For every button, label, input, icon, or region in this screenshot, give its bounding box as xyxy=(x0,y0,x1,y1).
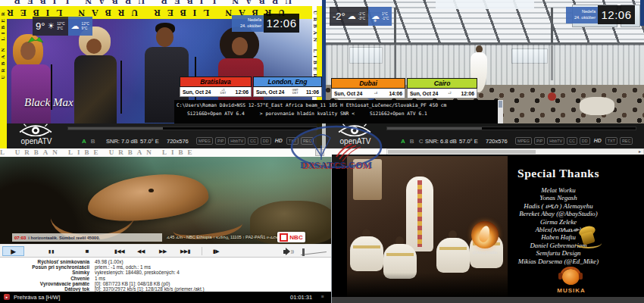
badge-pip: PiP xyxy=(534,137,545,145)
badge-hbbtv: HbbTV xyxy=(228,137,245,145)
console-scrollbar[interactable] xyxy=(498,100,503,123)
stat-value: [0]: 3370/2972 kb/s [1]: 128/128 kb/s (p… xyxy=(95,286,205,292)
playback-time: 01:01:31 xyxy=(290,294,312,301)
previous-button[interactable]: ▮◀◀ xyxy=(110,246,129,256)
tuner-b: B xyxy=(91,138,97,145)
weather-next: ☁ 12°C 9°C xyxy=(68,17,92,36)
console-tuner-right: Si21662+Open ATV 6.1 xyxy=(370,111,427,116)
city-name: London, Eng xyxy=(253,77,322,87)
dxsatcs-watermark: DXSATCS.COM DXSATCS.COM xyxy=(288,125,388,173)
credit-name: Yonas Negash xyxy=(480,194,636,201)
performer-body xyxy=(74,55,117,123)
badge-cc: CC xyxy=(248,137,258,145)
speaker-cone xyxy=(286,248,290,255)
pause-button[interactable]: ▮▮ xyxy=(42,246,61,256)
stop-button[interactable]: ■ xyxy=(78,246,96,256)
white-robe xyxy=(350,236,383,271)
performer-2 xyxy=(76,27,121,123)
musika-logo: MUSIKA xyxy=(550,267,592,298)
city-timezone: GMT DST xyxy=(292,89,298,95)
stat-row: Chvenie 1 ms xyxy=(0,276,331,281)
play-button[interactable]: ▶ xyxy=(2,246,24,256)
urban-banner-ghost: URBAN LIBER URBAN LIBER xyxy=(7,0,312,6)
playback-status: Prehráva sa [H/W] xyxy=(14,294,60,301)
city-bar-london: London, Eng Sun, Oct 24 GMT DST 11:06 xyxy=(253,77,322,97)
cloud-icon: ☁ xyxy=(348,12,356,20)
weekday: Nedeľa xyxy=(568,8,596,14)
badge-hd: HD xyxy=(592,138,603,144)
fast-forward-button[interactable]: ▶▶ xyxy=(154,246,172,256)
scrollbar-strip[interactable] xyxy=(640,0,644,26)
frame-step-button[interactable]: ▮▶ xyxy=(207,246,225,256)
musika-wordmark: MUSIKA xyxy=(550,287,592,294)
photo-shadow xyxy=(347,273,508,298)
scrollbar-thumb[interactable] xyxy=(388,150,536,154)
credits-title: Special Thanks xyxy=(488,167,629,180)
stat-value: [0]: 087/723 KB [1]: 048/18 KB (p0) xyxy=(95,281,170,286)
date-widget: Nedeľa 24. október xyxy=(232,15,264,32)
openatv-eye-icon xyxy=(17,123,54,136)
weather-next: ☁ ❄ 1°C -1°C xyxy=(368,7,392,26)
broadcast-ticker: 07:03 i horizontaalik. Sümbol reelil 450… xyxy=(0,231,331,244)
robe-trim xyxy=(386,253,414,256)
openatv-brand: openATV xyxy=(10,137,63,145)
credit-name: Girma Zeleke xyxy=(480,218,636,226)
stat-label: Dátový tok xyxy=(0,286,95,292)
badge-hbbtv: HbbTV xyxy=(547,137,564,145)
console-scrollbar-thumb[interactable] xyxy=(499,101,502,108)
volume-knob[interactable] xyxy=(302,248,305,256)
infobar-left: openATV A B SNR: 7.0 dB 57.0° E 720x576 … xyxy=(7,123,322,148)
badge-mpeg: MPEG xyxy=(196,137,213,145)
city-date: Sun, Oct 24 xyxy=(334,91,362,96)
semfurtu-gold-logo xyxy=(574,224,603,253)
stat-label: Snímky xyxy=(0,270,95,275)
weekday: Nedeľa xyxy=(234,17,261,23)
player-statusbar: ▸ Prehráva sa [H/W] 01:01:31 ≡ xyxy=(0,292,331,303)
cloud-minmax: -1°C -3°C xyxy=(358,12,365,20)
city-date: Sun, Oct 24 xyxy=(410,91,438,96)
tuner-c: C xyxy=(419,138,425,145)
tuner-a: A xyxy=(82,138,87,145)
rewind-button[interactable]: ◀◀ xyxy=(132,246,150,256)
city-bar-cairo: Cairo Sun, Oct 24 +2 12:06 xyxy=(407,78,477,98)
credit-name: Bereket Abay (@AbayStudio) xyxy=(480,210,636,217)
command-prompt-window: C:\Users\Roman Dávid>NSS 12-57°E_East Af… xyxy=(174,100,503,123)
gold-logo-swoosh xyxy=(575,238,602,248)
ticker-time: 07:03 xyxy=(14,236,26,240)
tz-offset: +4 xyxy=(374,92,377,95)
snow-minmax: 1°C -1°C xyxy=(382,12,389,20)
stat-row: Vyrovnávacie pamäte [0]: 087/723 KB [1]:… xyxy=(0,281,331,286)
badge-cc: CC xyxy=(567,137,577,145)
city-name: Cairo xyxy=(407,78,477,89)
clock-time: 12:06 xyxy=(266,17,296,30)
stat-label: Vyrovnávacie pamäte xyxy=(0,281,95,286)
performer-head xyxy=(20,42,36,60)
badge-dolby: DD xyxy=(261,137,271,145)
blackmax-channel-logo xyxy=(27,36,44,43)
credit-name: Melat Worku xyxy=(480,186,636,194)
volume-slider[interactable] xyxy=(301,251,327,255)
tuner-b: B xyxy=(410,138,416,145)
badge-teletext: TXT xyxy=(605,137,617,145)
channel-title: Black Max xyxy=(24,96,73,109)
scrollbar-arrow-right[interactable]: ▸ xyxy=(636,149,643,155)
console-compare-label: > porovnanie hladín kvality SNR < xyxy=(260,111,355,116)
white-robe xyxy=(436,238,470,273)
weather-widget: 9° ☀ 12°C 3°C ☁ 12°C 9°C xyxy=(33,17,92,36)
toolbar-separator xyxy=(202,247,202,255)
city-date: Sun, Oct 24 xyxy=(256,89,284,95)
volume-speaker-icon[interactable]: )) xyxy=(283,248,294,255)
watermark-text: DXSATCS.COM xyxy=(300,160,373,170)
performer-head xyxy=(232,37,248,55)
city-name: Bratislava xyxy=(180,77,252,87)
audience-person xyxy=(548,92,556,101)
performer-head xyxy=(86,39,102,54)
date: 24. október xyxy=(234,23,261,29)
orbital-position: 57.0° E xyxy=(140,138,159,145)
mic-stand xyxy=(120,61,122,114)
next-button[interactable]: ▶▶▮ xyxy=(176,246,195,256)
audience-group-white xyxy=(580,97,614,115)
tz-offset: +2 xyxy=(448,92,451,95)
urban-banner-bottom: L URBAN LIBE URBAN LIBE xyxy=(0,148,322,157)
panel-openatv-left: URBAN LIBER URBAN LIBER URBAN LIBER URBA… xyxy=(0,0,322,157)
